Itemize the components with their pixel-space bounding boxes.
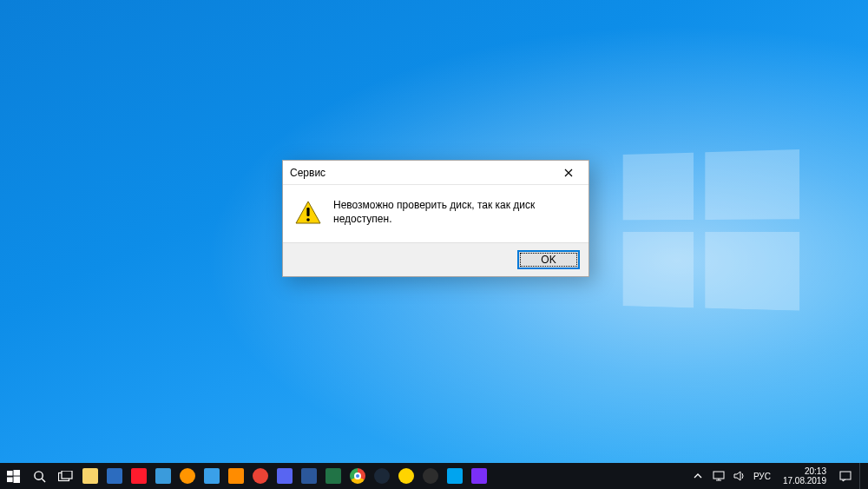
dialog-button-row: OK <box>283 242 589 276</box>
error-dialog: Сервис Невозможно проверить диск, так ка… <box>282 160 589 277</box>
windows-icon <box>7 470 20 483</box>
task-view-button[interactable] <box>52 463 78 489</box>
svg-rect-5 <box>13 476 20 483</box>
taskbar-app-steam[interactable] <box>371 465 393 487</box>
tray-network-button[interactable] <box>712 469 726 483</box>
tray-clock[interactable]: 20:13 17.08.2019 <box>778 466 832 486</box>
chevron-up-icon <box>694 472 702 479</box>
svg-line-7 <box>42 479 45 482</box>
taskbar-app-vlc[interactable] <box>225 465 247 487</box>
windows-logo <box>623 149 807 320</box>
taskbar-left <box>0 463 491 489</box>
taskbar-app-generic-2[interactable] <box>249 465 272 487</box>
svg-rect-10 <box>713 472 724 479</box>
taskbar-app-potplayer[interactable] <box>395 465 418 487</box>
dialog-titlebar[interactable]: Сервис <box>283 161 589 185</box>
taskbar-app-edge[interactable] <box>103 465 126 487</box>
dialog-title: Сервис <box>290 167 326 179</box>
svg-rect-13 <box>840 472 851 479</box>
taskbar-app-store[interactable] <box>152 465 174 487</box>
start-button[interactable] <box>0 463 26 489</box>
close-button[interactable] <box>556 163 582 182</box>
taskbar: РУС 20:13 17.08.2019 <box>0 463 868 489</box>
svg-rect-4 <box>7 477 13 482</box>
taskbar-app-chrome[interactable] <box>346 465 369 487</box>
taskbar-app-generic-1[interactable] <box>201 465 223 487</box>
warning-icon <box>295 201 321 228</box>
dialog-message: Невозможно проверить диск, так как диск … <box>333 199 576 226</box>
taskbar-app-excel[interactable] <box>322 465 345 487</box>
dialog-body: Невозможно проверить диск, так как диск … <box>283 185 589 242</box>
tray-time: 20:13 <box>783 466 826 476</box>
volume-icon <box>733 471 746 481</box>
svg-point-6 <box>34 471 42 479</box>
svg-rect-3 <box>13 470 20 476</box>
close-icon <box>564 169 573 177</box>
tray-overflow-button[interactable] <box>691 469 705 483</box>
search-button[interactable] <box>26 463 52 489</box>
taskbar-app-opera[interactable] <box>128 465 150 487</box>
desktop: Сервис Невозможно проверить диск, так ка… <box>0 0 868 489</box>
tray-language[interactable]: РУС <box>753 472 771 481</box>
ok-button[interactable]: OK <box>517 250 580 269</box>
taskbar-app-misc-1[interactable] <box>444 465 466 487</box>
tray-date: 17.08.2019 <box>783 476 826 486</box>
tray-volume-button[interactable] <box>733 469 746 483</box>
action-center-button[interactable] <box>838 469 852 483</box>
search-icon <box>33 470 46 483</box>
taskbar-app-discord[interactable] <box>273 465 296 487</box>
svg-rect-2 <box>7 470 13 475</box>
taskbar-app-word[interactable] <box>298 465 320 487</box>
task-view-icon <box>58 471 73 482</box>
svg-point-1 <box>306 218 310 221</box>
svg-rect-0 <box>306 208 309 216</box>
taskbar-app-firefox[interactable] <box>176 465 199 487</box>
network-icon <box>713 471 725 481</box>
svg-rect-9 <box>62 471 72 479</box>
taskbar-app-obs[interactable] <box>419 465 442 487</box>
notification-icon <box>839 471 852 482</box>
taskbar-right: РУС 20:13 17.08.2019 <box>691 463 868 489</box>
taskbar-app-explorer[interactable] <box>79 465 102 487</box>
show-desktop-button[interactable] <box>859 463 865 489</box>
ok-button-label: OK <box>541 254 556 266</box>
taskbar-app-misc-2[interactable] <box>468 465 490 487</box>
